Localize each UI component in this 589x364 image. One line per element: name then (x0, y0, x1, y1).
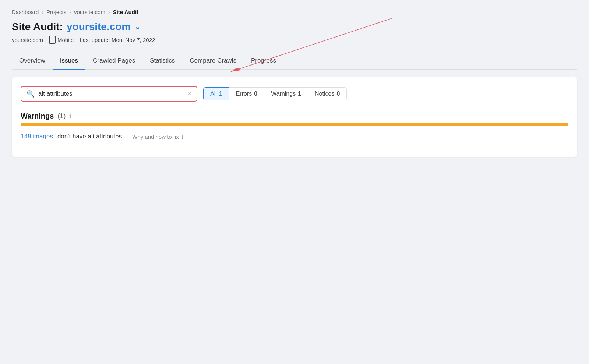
tab-compare-crawls[interactable]: Compare Crawls (182, 53, 244, 70)
tab-issues[interactable]: Issues (53, 53, 85, 70)
filter-buttons: All 1 Errors 0 Warnings 1 Notices 0 (203, 87, 347, 100)
issue-row: 148 images don't have alt attributes Why… (21, 126, 568, 148)
filter-warnings[interactable]: Warnings 1 (264, 87, 308, 100)
filter-errors[interactable]: Errors 0 (229, 87, 264, 100)
tab-statistics[interactable]: Statistics (142, 53, 182, 70)
section-header: Warnings (1) ℹ (21, 112, 568, 120)
filter-all-label: All (210, 91, 217, 97)
breadcrumb-chevron-1: › (42, 9, 43, 15)
breadcrumb-current: Site Audit (113, 9, 138, 15)
filter-errors-label: Errors (236, 91, 252, 97)
filter-all[interactable]: All 1 (203, 87, 229, 100)
section-count: (1) (57, 112, 66, 120)
clear-icon[interactable]: × (187, 90, 191, 98)
filter-notices-label: Notices (315, 91, 334, 97)
filter-notices-count: 0 (336, 91, 340, 97)
subtitle-domain: yoursite.com (12, 37, 43, 43)
section-title: Warnings (21, 112, 54, 120)
fix-link[interactable]: Why and how to fix it (132, 134, 183, 140)
search-box[interactable]: 🔍 × (21, 86, 197, 102)
content-card: 🔍 × All 1 Errors 0 Warnings 1 (12, 77, 577, 157)
issue-link[interactable]: 148 images (21, 133, 53, 140)
tab-crawled-pages[interactable]: Crawled Pages (85, 53, 142, 70)
breadcrumb-domain[interactable]: yoursite.com (74, 9, 105, 15)
info-icon[interactable]: ℹ (69, 113, 71, 120)
page-subtitle: yoursite.com Mobile Last update: Mon, No… (12, 36, 577, 44)
mobile-badge: Mobile (49, 36, 74, 44)
filter-warnings-label: Warnings (271, 91, 296, 97)
filter-errors-count: 0 (254, 91, 257, 97)
search-filter-row: 🔍 × All 1 Errors 0 Warnings 1 (21, 86, 568, 102)
site-name[interactable]: yoursite.com (67, 21, 131, 33)
filter-notices[interactable]: Notices 0 (308, 87, 347, 100)
tab-progress[interactable]: Progress (244, 53, 283, 70)
last-update: Last update: Mon, Nov 7, 2022 (80, 37, 155, 43)
search-icon: 🔍 (27, 90, 35, 98)
nav-tabs: Overview Issues Crawled Pages Statistics… (12, 53, 577, 70)
breadcrumb-chevron-2: › (69, 9, 71, 15)
dropdown-icon[interactable]: ⌄ (134, 22, 141, 31)
breadcrumb-projects[interactable]: Projects (46, 9, 66, 15)
filter-warnings-count: 1 (298, 91, 301, 97)
search-input[interactable] (38, 90, 184, 98)
title-label: Site Audit: (12, 21, 63, 33)
mobile-icon (49, 36, 56, 44)
device-label: Mobile (57, 37, 74, 43)
breadcrumb: Dashboard › Projects › yoursite.com › Si… (12, 9, 577, 15)
issue-text: don't have alt attributes (57, 133, 122, 140)
tab-overview[interactable]: Overview (12, 53, 53, 70)
breadcrumb-dashboard[interactable]: Dashboard (12, 9, 39, 15)
page-title: Site Audit: yoursite.com ⌄ (12, 21, 577, 33)
filter-all-count: 1 (219, 91, 222, 97)
breadcrumb-chevron-3: › (108, 9, 110, 15)
